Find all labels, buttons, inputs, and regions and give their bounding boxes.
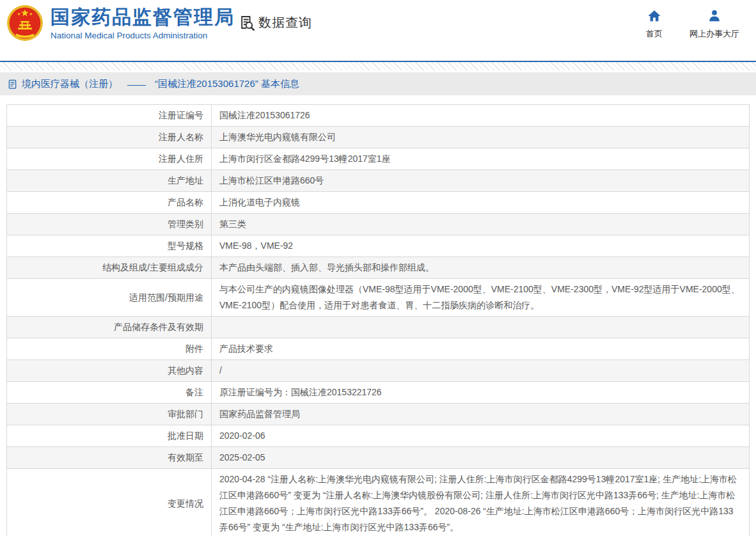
table-row: 适用范围/预期用途 与本公司生产的内窥镜图像处理器（VME-98型适用于VME-… xyxy=(7,279,750,317)
nav-item-home[interactable]: 首页 xyxy=(646,9,663,40)
table-row: 注册证编号 国械注准20153061726 xyxy=(7,105,750,127)
row-value: 上海市闵行区金都路4299号13幢2017室1座 xyxy=(212,148,750,170)
row-value: 上消化道电子内窥镜 xyxy=(212,192,750,214)
person-icon xyxy=(707,9,721,23)
nav-item-service-hall[interactable]: 网上办事大厅 xyxy=(689,9,739,40)
row-label: 适用范围/预期用途 xyxy=(7,279,212,317)
table-row: 生产地址 上海市松江区申港路660号 xyxy=(7,170,750,192)
table-row: 备注 原注册证编号为：国械注准20153221726 xyxy=(7,382,750,404)
row-label: 产品名称 xyxy=(7,192,212,214)
site-header: 国家药品监督管理局 National Medical Products Admi… xyxy=(0,0,756,61)
row-label: 注册人名称 xyxy=(7,127,212,148)
site-subtitle: National Medical Products Administration xyxy=(51,31,235,40)
table-row: 有效期至 2025-02-05 xyxy=(7,447,750,469)
row-value: 2025-02-05 xyxy=(212,447,750,469)
row-value: 国家药品监督管理局 xyxy=(212,404,750,425)
table-row: 结构及组成/主要组成成分 本产品由头端部、插入部、导光插头部和操作部组成。 xyxy=(7,257,750,279)
row-label: 变更情况 xyxy=(7,469,212,536)
national-emblem-icon xyxy=(6,4,43,42)
row-label: 结构及组成/主要组成成分 xyxy=(7,257,212,279)
row-value: 2020-02-06 xyxy=(212,425,750,447)
table-row: 注册人住所 上海市闵行区金都路4299号13幢2017室1座 xyxy=(7,148,750,170)
site-title-block: 国家药品监督管理局 National Medical Products Admi… xyxy=(51,6,235,40)
row-label: 审批部门 xyxy=(7,404,212,425)
row-label: 其他内容 xyxy=(7,360,212,382)
row-value: 第三类 xyxy=(212,214,750,235)
table-row: 其他内容 / xyxy=(7,360,750,382)
row-value: 上海澳华光电内窥镜有限公司 xyxy=(212,127,750,148)
top-nav: 首页 网上办事大厅 xyxy=(646,9,739,40)
row-value: 产品技术要求 xyxy=(212,338,750,360)
breadcrumb-current: “国械注准20153061726” 基本信息 xyxy=(155,78,299,90)
row-label: 产品储存条件及有效期 xyxy=(7,317,212,338)
site-logo-link[interactable]: 国家药品监督管理局 National Medical Products Admi… xyxy=(6,4,235,42)
data-query-section-link[interactable]: 数据查询 xyxy=(238,14,312,31)
table-row: 产品名称 上消化道电子内窥镜 xyxy=(7,192,750,214)
home-icon xyxy=(647,9,661,23)
row-value: 国械注准20153061726 xyxy=(212,105,750,127)
table-row: 管理类别 第三类 xyxy=(7,214,750,235)
row-label: 批准日期 xyxy=(7,425,212,447)
row-value: 与本公司生产的内窥镜图像处理器（VME-98型适用于VME-2000型、VME-… xyxy=(212,279,750,317)
data-query-icon xyxy=(238,14,255,31)
table-row: 变更情况 2020-04-28 “注册人名称:上海澳华光电内窥镜有限公司; 注册… xyxy=(7,469,750,536)
row-label: 注册证编号 xyxy=(7,105,212,127)
breadcrumb-dash: —— xyxy=(127,79,145,90)
breadcrumb-category[interactable]: 境内医疗器械（注册） xyxy=(22,78,118,90)
row-value xyxy=(212,317,750,338)
row-label: 附件 xyxy=(7,338,212,360)
row-label: 型号规格 xyxy=(7,235,212,257)
registration-info-table: 注册证编号 国械注准20153061726 注册人名称 上海澳华光电内窥镜有限公… xyxy=(6,104,750,536)
row-label: 备注 xyxy=(7,382,212,404)
breadcrumb: 境内医疗器械（注册） —— “国械注准20153061726” 基本信息 xyxy=(0,72,756,95)
data-query-label: 数据查询 xyxy=(258,14,312,31)
row-value: 上海市松江区申港路660号 xyxy=(212,170,750,192)
row-label: 生产地址 xyxy=(7,170,212,192)
site-title: 国家药品监督管理局 xyxy=(51,6,235,28)
table-row: 批准日期 2020-02-06 xyxy=(7,425,750,447)
row-value: 2020-04-28 “注册人名称:上海澳华光电内窥镜有限公司; 注册人住所:上… xyxy=(212,469,750,536)
row-label: 注册人住所 xyxy=(7,148,212,170)
hatch-pattern-band xyxy=(0,62,756,70)
row-label: 管理类别 xyxy=(7,214,212,235)
row-value: 本产品由头端部、插入部、导光插头部和操作部组成。 xyxy=(212,257,750,279)
row-label: 有效期至 xyxy=(7,447,212,469)
document-icon xyxy=(8,79,17,89)
nav-item-label: 首页 xyxy=(646,28,663,40)
row-value: 原注册证编号为：国械注准20153221726 xyxy=(212,382,750,404)
table-row: 型号规格 VME-98，VME-92 xyxy=(7,235,750,257)
nav-item-label: 网上办事大厅 xyxy=(689,28,739,40)
table-row: 产品储存条件及有效期 xyxy=(7,317,750,338)
table-row: 注册人名称 上海澳华光电内窥镜有限公司 xyxy=(7,127,750,148)
table-row: 审批部门 国家药品监督管理局 xyxy=(7,404,750,425)
row-value: / xyxy=(212,360,750,382)
row-value: VME-98，VME-92 xyxy=(212,235,750,257)
info-table-body: 注册证编号 国械注准20153061726 注册人名称 上海澳华光电内窥镜有限公… xyxy=(7,105,750,536)
content-area: 注册证编号 国械注准20153061726 注册人名称 上海澳华光电内窥镜有限公… xyxy=(0,95,756,536)
table-row: 附件 产品技术要求 xyxy=(7,338,750,360)
